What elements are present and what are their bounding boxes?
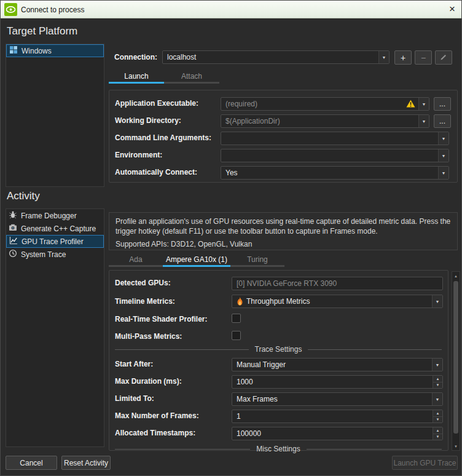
scroll-down-icon[interactable]: ▼ (452, 442, 460, 450)
chevron-down-icon: ▼ (432, 359, 442, 371)
close-icon[interactable]: × (449, 3, 455, 15)
activity-item-system-trace[interactable]: System Trace (6, 248, 104, 261)
working-directory-value: $(ApplicationDir) (225, 117, 280, 125)
application-executable-value: (required) (225, 100, 257, 108)
platform-list: Windows (6, 44, 104, 187)
activity-item-label: System Trace (21, 250, 66, 259)
real-time-shader-profiler-label: Real-Time Shader Profiler: (115, 315, 208, 323)
timeline-metrics-value-wrap: Throughput Metrics (237, 297, 310, 306)
automatically-connect-label: Automatically Connect: (115, 168, 197, 177)
start-after-value: Manual Trigger (237, 360, 286, 369)
allocated-timestamps-label: Allocated Timestamps: (115, 429, 195, 437)
reset-activity-button[interactable]: Reset Activity (61, 456, 111, 470)
real-time-shader-profiler-checkbox[interactable] (232, 314, 241, 323)
command-line-arguments-label: Command Line Arguments: (115, 133, 211, 142)
window-title: Connect to process (21, 6, 84, 14)
line-chart-icon (9, 236, 18, 247)
scrollbar-thumb[interactable] (453, 281, 458, 434)
activity-description: Profile an application's use of GPU reso… (116, 217, 451, 237)
nvidia-logo-icon (4, 3, 17, 18)
environment-combo[interactable]: ▼ (221, 149, 449, 162)
tab-attach[interactable]: Attach (164, 71, 219, 84)
activity-item-generate-cpp-capture[interactable]: Generate C++ Capture (6, 222, 104, 235)
activity-item-gpu-trace-profiler[interactable]: GPU Trace Profiler (6, 235, 104, 248)
connection-select[interactable]: localhost ▼ (162, 50, 390, 64)
settings-scrollbar[interactable]: ▲ ▼ (452, 271, 460, 451)
windows-icon (9, 46, 18, 56)
tab-launch[interactable]: Launch (109, 71, 164, 84)
activity-item-label: Generate C++ Capture (21, 224, 96, 233)
limited-to-combo[interactable]: Max Frames ▼ (232, 392, 443, 406)
tab-turing[interactable]: Turing (230, 254, 284, 267)
timeline-metrics-value: Throughput Metrics (246, 297, 310, 306)
spin-down-icon[interactable]: ▼ (433, 382, 442, 389)
automatically-connect-value: Yes (225, 169, 238, 177)
detected-gpus-value: [0] NVIDIA GeForce RTX 3090 (237, 279, 337, 288)
supported-apis: Supported APIs: D3D12, OpenGL, Vulkan (116, 240, 451, 250)
chevron-down-icon: ▼ (418, 115, 429, 127)
detected-gpus-field: [0] NVIDIA GeForce RTX 3090 (232, 277, 443, 290)
activity-item-label: GPU Trace Profiler (22, 237, 84, 246)
max-number-of-frames-spinner[interactable]: 1 ▲ ▼ (232, 410, 443, 423)
connection-value: localhost (167, 53, 196, 61)
spin-up-icon[interactable]: ▲ (433, 376, 442, 382)
allocated-timestamps-value: 100000 (237, 429, 261, 438)
working-directory-combo[interactable]: $(ApplicationDir) ▼ (221, 114, 429, 128)
remove-connection-button[interactable]: − (415, 50, 432, 65)
activity-heading: Activity (7, 190, 40, 202)
flame-icon (237, 297, 243, 306)
connect-dialog: Connect to process × Target Platform Win… (0, 0, 462, 476)
spin-up-icon[interactable]: ▲ (433, 427, 442, 434)
application-executable-label: Application Executable: (115, 99, 198, 108)
spin-up-icon[interactable]: ▲ (433, 410, 442, 416)
misc-settings-header: Misc Settings (256, 445, 300, 453)
application-executable-combo[interactable]: (required) ▼ (221, 97, 429, 111)
edit-connection-button[interactable] (435, 50, 452, 65)
chevron-down-icon: ▼ (438, 167, 448, 179)
start-after-label: Start After: (115, 360, 153, 368)
platform-item-windows[interactable]: Windows (6, 44, 104, 57)
capture-camera-icon (9, 223, 17, 234)
title-bar: Connect to process × (1, 1, 461, 18)
connection-label: Connection: (114, 53, 157, 61)
add-connection-button[interactable]: + (394, 50, 412, 65)
chevron-down-icon: ▼ (418, 98, 429, 110)
spin-down-icon[interactable]: ▼ (433, 434, 442, 440)
tab-ampere-ga10x[interactable]: Ampere GA10x (1) (163, 254, 230, 267)
activity-description-box: Profile an application's use of GPU reso… (109, 212, 458, 250)
limited-to-label: Limited To: (115, 394, 154, 403)
bug-icon (9, 210, 17, 221)
multi-pass-metrics-checkbox[interactable] (232, 331, 241, 340)
activity-item-label: Frame Debugger (21, 212, 77, 220)
chevron-down-icon: ▼ (438, 149, 448, 162)
activity-item-frame-debugger[interactable]: Frame Debugger (6, 209, 104, 222)
max-number-of-frames-label: Max Number of Frames: (115, 411, 199, 420)
max-number-of-frames-value: 1 (237, 412, 241, 421)
misc-settings-separator: Misc Settings (115, 445, 442, 453)
detected-gpus-label: Detected GPUs: (115, 279, 171, 287)
warning-icon (406, 100, 415, 109)
trace-settings-header: Trace Settings (255, 345, 302, 354)
platform-item-label: Windows (22, 47, 52, 55)
timeline-metrics-combo[interactable]: Throughput Metrics ▼ (232, 295, 443, 308)
start-after-combo[interactable]: Manual Trigger ▼ (232, 358, 443, 371)
max-duration-label: Max Duration (ms): (115, 377, 182, 386)
launch-gpu-trace-button[interactable]: Launch GPU Trace (392, 456, 458, 470)
automatically-connect-combo[interactable]: Yes ▼ (221, 166, 449, 180)
spin-down-icon[interactable]: ▼ (433, 416, 442, 423)
clock-icon (9, 249, 17, 260)
chevron-down-icon: ▼ (438, 132, 448, 145)
browse-executable-button[interactable]: ... (434, 97, 451, 111)
chevron-down-icon: ▼ (378, 51, 389, 63)
chevron-down-icon: ▼ (432, 393, 442, 405)
command-line-arguments-combo[interactable]: ▼ (221, 132, 449, 145)
scroll-up-icon[interactable]: ▲ (452, 272, 460, 280)
working-directory-label: Working Directory: (115, 116, 181, 125)
environment-label: Environment: (115, 151, 162, 159)
activity-list: Frame Debugger Generate C++ Capture GPU … (6, 208, 104, 447)
browse-working-directory-button[interactable]: ... (434, 114, 451, 128)
cancel-button[interactable]: Cancel (6, 456, 57, 470)
max-duration-spinner[interactable]: 1000 ▲ ▼ (232, 375, 443, 389)
tab-ada[interactable]: Ada (109, 254, 163, 267)
allocated-timestamps-spinner[interactable]: 100000 ▲ ▼ (232, 427, 443, 440)
